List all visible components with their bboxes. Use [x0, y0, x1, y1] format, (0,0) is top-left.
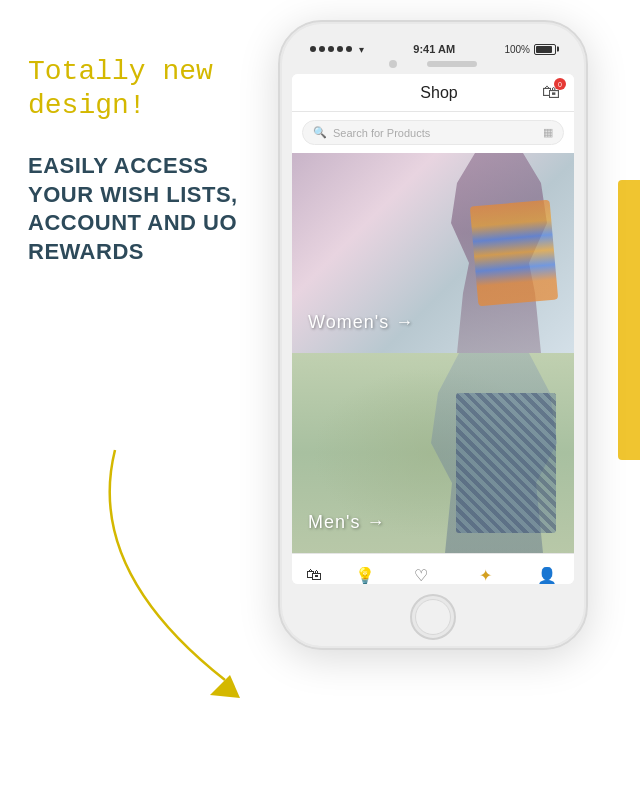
signal-dot-4: [337, 46, 343, 52]
nav-discover[interactable]: 💡 Discover: [349, 566, 380, 585]
yellow-accent-bar: [618, 180, 640, 460]
app-title: Shop: [336, 84, 542, 102]
app-header: Shop 🛍 0: [292, 74, 574, 112]
nav-wishlist[interactable]: ♡ Wish List: [405, 566, 437, 585]
home-button-inner: [415, 599, 451, 635]
headline: Totally new design!: [28, 55, 268, 122]
search-icon: 🔍: [313, 126, 327, 139]
womens-section[interactable]: Women's →: [292, 153, 574, 353]
wifi-icon: ▾: [359, 44, 364, 55]
account-icon: 👤: [537, 566, 557, 585]
battery-pct-label: 100%: [504, 44, 530, 55]
phone-screen: Shop 🛍 0 🔍 Search for Products ▦: [292, 74, 574, 584]
body-text: EASILY ACCESS YOUR WISH LISTS, ACCOUNT A…: [28, 152, 268, 266]
signal-indicator: ▾: [310, 44, 364, 55]
shop-icon: 🛍: [306, 566, 322, 584]
time-display: 9:41 AM: [413, 43, 455, 55]
phone-body: ▾ 9:41 AM 100% Shop 🛍: [278, 20, 588, 650]
status-bar: ▾ 9:41 AM 100%: [292, 34, 574, 58]
signal-dot-3: [328, 46, 334, 52]
discover-icon: 💡: [355, 566, 375, 585]
left-content: Totally new design! EASILY ACCESS YOUR W…: [28, 55, 268, 267]
bottom-nav: 🛍 Shop 💡 Discover ♡ Wish List ✦ UO Rewar…: [292, 553, 574, 584]
signal-dot-5: [346, 46, 352, 52]
cart-button[interactable]: 🛍 0: [542, 82, 560, 103]
battery-icon: [534, 44, 556, 55]
signal-dot-2: [319, 46, 325, 52]
mens-label: Men's →: [308, 512, 385, 533]
mens-section[interactable]: Men's →: [292, 353, 574, 553]
womens-label: Women's →: [308, 312, 414, 333]
nav-uo-rewards[interactable]: ✦ UO Rewards: [462, 566, 508, 585]
arrow-graphic: [55, 430, 275, 710]
home-button[interactable]: [410, 594, 456, 640]
cart-badge: 0: [554, 78, 566, 90]
search-placeholder: Search for Products: [333, 127, 537, 139]
nav-account[interactable]: 👤 Account: [533, 566, 562, 585]
battery-fill: [536, 46, 552, 53]
battery-tip: [557, 47, 559, 52]
nav-shop[interactable]: 🛍 Shop: [304, 566, 324, 584]
speaker: [427, 61, 477, 67]
barcode-icon: ▦: [543, 126, 553, 139]
phone-mockup: ▾ 9:41 AM 100% Shop 🛍: [278, 20, 598, 780]
uo-rewards-icon: ✦: [479, 566, 492, 585]
camera-row: [292, 58, 574, 74]
search-bar[interactable]: 🔍 Search for Products ▦: [302, 120, 564, 145]
battery-indicator: 100%: [504, 44, 556, 55]
front-camera: [389, 60, 397, 68]
signal-dot-1: [310, 46, 316, 52]
wishlist-icon: ♡: [414, 566, 428, 585]
